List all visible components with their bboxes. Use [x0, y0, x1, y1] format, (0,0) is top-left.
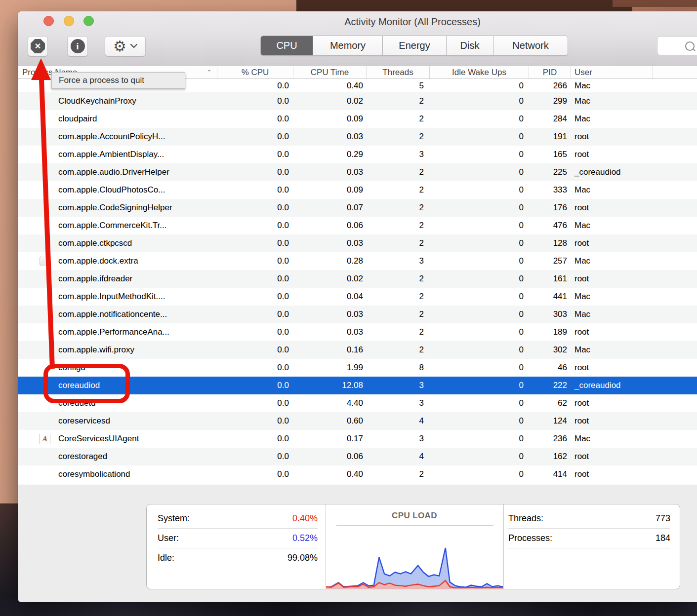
column-header-threads[interactable]: Threads — [367, 66, 430, 78]
cpu-percent: 0.0 — [217, 434, 293, 444]
cpu-percent: 0.0 — [217, 96, 293, 106]
activity-monitor-window: Activity Monitor (All Processes) ✕ i ⚙ C… — [18, 11, 697, 602]
table-row[interactable]: com.apple.wifi.proxy0.00.1620302Mac — [18, 341, 697, 359]
cpu-percent: 0.0 — [217, 416, 293, 426]
cpu-time: 0.04 — [293, 292, 367, 302]
threads: 3 — [367, 256, 430, 266]
column-header-idle-wake-ups[interactable]: Idle Wake Ups — [430, 66, 529, 78]
user: root — [571, 452, 653, 462]
idle-wake-ups: 0 — [430, 434, 529, 444]
idle-wake-ups: 0 — [430, 452, 529, 462]
pid: 299 — [529, 96, 571, 106]
cpu-percent: 0.0 — [217, 309, 293, 319]
process-name: com.apple.ifdreader — [18, 274, 217, 284]
tooltip-text: Force a process to quit — [59, 76, 144, 85]
table-row[interactable]: com.apple.audio.DriverHelper0.00.0320225… — [18, 163, 697, 181]
inspect-button[interactable]: i — [67, 36, 88, 56]
cpu-time: 12.08 — [293, 381, 367, 390]
cpu-time: 0.02 — [293, 96, 367, 106]
threads: 3 — [367, 434, 430, 444]
idle-wake-ups: 0 — [430, 238, 529, 248]
idle-wake-ups: 0 — [430, 81, 529, 91]
user: root — [571, 469, 653, 479]
column-header-empty — [653, 66, 697, 78]
threads: 2 — [367, 221, 430, 231]
desktop-wallpaper — [296, 0, 632, 11]
idle-wake-ups: 0 — [430, 345, 529, 355]
tab-disk[interactable]: Disk — [447, 36, 493, 55]
search-field[interactable] — [657, 36, 697, 55]
close-button[interactable] — [43, 16, 54, 26]
tab-memory[interactable]: Memory — [313, 36, 383, 55]
processes-stat: Processes: 184 — [508, 528, 670, 548]
user-label: User: — [158, 533, 179, 543]
tab-energy[interactable]: Energy — [383, 36, 447, 55]
table-row[interactable]: com.apple.AmbientDisplay...0.00.2930165r… — [18, 146, 697, 163]
pid: 222 — [529, 381, 571, 390]
force-quit-button[interactable]: ✕ — [28, 36, 48, 56]
cpu-time: 0.03 — [293, 309, 367, 319]
title-bar: Activity Monitor (All Processes) ✕ i ⚙ C… — [18, 11, 697, 67]
user: Mac — [571, 185, 653, 195]
table-row[interactable]: com.apple.CodeSigningHelper0.00.0720176r… — [18, 199, 697, 217]
cpu-percent: 0.0 — [217, 238, 293, 248]
table-row[interactable]: coresymbolicationd0.00.4020414root — [18, 465, 697, 483]
quit-x-icon: ✕ — [31, 39, 45, 53]
idle-wake-ups: 0 — [430, 292, 529, 302]
process-name: com.apple.dock.extra — [18, 256, 217, 266]
table-row[interactable]: com.apple.InputMethodKit....0.00.0420441… — [18, 288, 697, 306]
idle-wake-ups: 0 — [430, 96, 529, 106]
cpu-load-title: CPU LOAD — [326, 511, 503, 521]
table-row[interactable]: com.apple.notificationcente...0.00.03203… — [18, 306, 697, 323]
cpu-percent: 0.0 — [217, 81, 293, 91]
idle-wake-ups: 0 — [430, 256, 529, 266]
pid: 128 — [529, 238, 571, 248]
column-header--cpu[interactable]: % CPU — [217, 66, 293, 78]
pid: 333 — [529, 185, 571, 195]
cpu-percent: 0.0 — [217, 292, 293, 302]
idle-wake-ups: 0 — [430, 381, 529, 390]
threads: 2 — [367, 345, 430, 355]
table-row[interactable]: com.apple.CloudPhotosCo...0.00.0920333Ma… — [18, 181, 697, 199]
tab-network[interactable]: Network — [493, 36, 568, 55]
column-header-user[interactable]: User — [571, 66, 653, 78]
column-header-cpu-time[interactable]: CPU Time — [293, 66, 367, 78]
user: Mac — [571, 81, 653, 91]
table-row[interactable]: com.apple.dock.extra0.00.2830257Mac — [18, 252, 697, 270]
minimize-button[interactable] — [64, 16, 74, 26]
threads: 4 — [367, 452, 430, 462]
table-row[interactable]: coreduetd0.04.403062root — [18, 394, 697, 412]
table-row[interactable]: com.apple.ifdreader0.00.0220161root — [18, 270, 697, 288]
divider — [508, 548, 670, 548]
threads: 2 — [367, 96, 430, 106]
table-row[interactable]: cloudpaird0.00.0920284Mac — [18, 110, 697, 128]
actions-menu-button[interactable]: ⚙ — [105, 36, 146, 56]
processes-value: 184 — [656, 533, 670, 543]
pid: 302 — [529, 345, 571, 355]
table-row[interactable]: configd0.01.998046root — [18, 359, 697, 377]
table-row[interactable]: com.apple.PerformanceAna...0.00.0320189r… — [18, 323, 697, 341]
table-row[interactable]: corestoraged0.00.0640162root — [18, 448, 697, 465]
tab-cpu[interactable]: CPU — [261, 36, 313, 55]
cpu-time: 0.03 — [293, 238, 367, 248]
table-row[interactable]: com.apple.ctkpcscd0.00.0320128root — [18, 234, 697, 252]
table-row[interactable]: CoreServicesUIAgentA0.00.1730236Mac — [18, 430, 697, 448]
cpu-percent: 0.0 — [217, 274, 293, 284]
threads: 5 — [367, 81, 430, 91]
column-header-pid[interactable]: PID — [529, 66, 571, 78]
zoom-button[interactable] — [83, 16, 94, 26]
tooltip: Force a process to quit — [51, 72, 185, 89]
cpu-time: 0.60 — [293, 416, 367, 426]
table-row[interactable]: com.apple.CommerceKit.Tr...0.00.0620476M… — [18, 217, 697, 234]
plugin-icon — [40, 256, 50, 266]
threads-stat: Threads: 773 — [508, 508, 670, 528]
stats-panel: System: 0.40% User: 0.52% Idle: 99.08% C… — [146, 504, 680, 589]
table-row[interactable]: CloudKeychainProxy0.00.0220299Mac — [18, 92, 697, 110]
cpu-time: 0.17 — [293, 434, 367, 444]
pid: 257 — [529, 256, 571, 266]
table-row[interactable]: coreservicesd0.00.6040124root — [18, 412, 697, 430]
table-row[interactable]: com.apple.AccountPolicyH...0.00.0320191r… — [18, 128, 697, 146]
table-row-selected[interactable]: coreaudiod0.012.0830222_coreaudiod — [18, 377, 697, 394]
threads-label: Threads: — [508, 513, 543, 524]
process-name: com.apple.ctkpcscd — [18, 238, 217, 248]
